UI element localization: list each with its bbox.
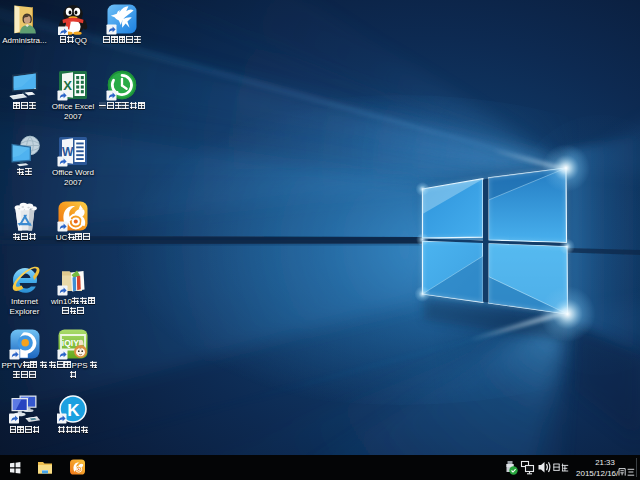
svg-text:2015/12/16/: 2015/12/16/ xyxy=(576,469,619,478)
svg-text:W: W xyxy=(62,145,74,159)
svg-text:K: K xyxy=(67,401,80,420)
svg-text:21:33: 21:33 xyxy=(595,458,615,467)
